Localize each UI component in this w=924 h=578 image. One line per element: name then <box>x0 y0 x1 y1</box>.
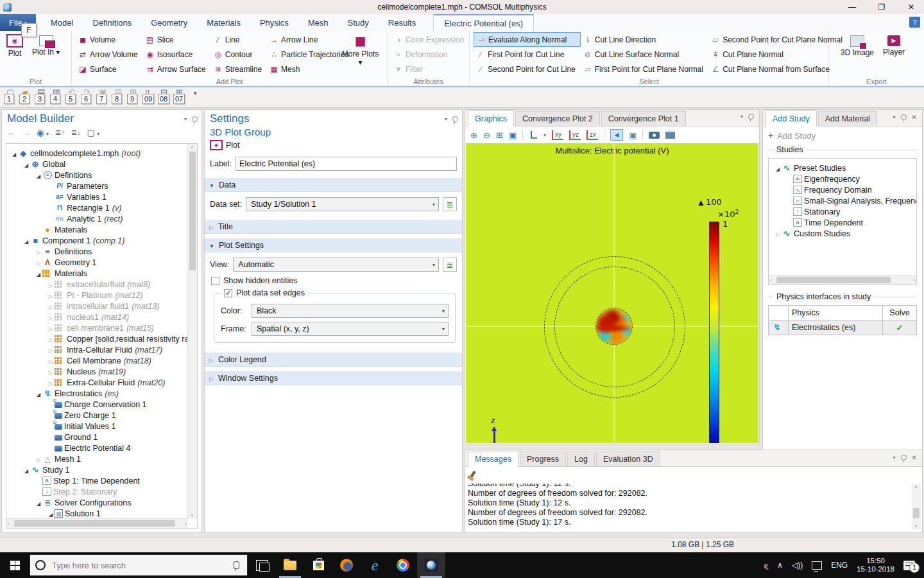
collapse-icon[interactable]: ▢ ▾ <box>87 128 99 137</box>
select-tool-button[interactable]: ∠ Cut Plane Normal from Surface <box>708 62 848 76</box>
tree-expand-icon[interactable] <box>35 247 42 256</box>
tree-item[interactable]: Extra-Cellular Fluid (mat20) <box>6 377 197 388</box>
tree-expand-icon[interactable] <box>35 258 42 267</box>
back-icon[interactable]: ← <box>7 128 15 137</box>
minimize-button[interactable]: — <box>847 3 857 12</box>
study-tree-item[interactable]: Preset Studies <box>769 162 916 173</box>
tree-expand-icon[interactable] <box>47 324 55 333</box>
section-plot-settings[interactable]: Plot Settings <box>205 238 462 252</box>
add-plot-button[interactable]: ⇉ Arrow Surface <box>143 62 211 76</box>
tree-item[interactable]: extracellularfluid (mat8) <box>6 279 197 290</box>
label-input[interactable] <box>235 157 457 171</box>
physics-table-row[interactable]: Electrostatics (es) ✓ <box>769 320 917 335</box>
3d-image-button[interactable]: 3D Image <box>838 32 877 76</box>
tree-expand-icon[interactable] <box>22 160 30 169</box>
tree-expand-icon[interactable] <box>35 171 42 180</box>
forward-icon[interactable]: → <box>22 128 30 137</box>
ribbon-tab[interactable]: Mesh <box>298 14 338 31</box>
tab-graphics[interactable]: Graphics <box>468 110 514 127</box>
zoom-in-icon[interactable]: ⊕ <box>470 130 477 140</box>
tree-expand-icon[interactable] <box>47 346 55 355</box>
tree-item[interactable]: Geometry 1 <box>6 257 197 268</box>
quick-access-overflow-chevron[interactable]: ▾ <box>194 90 197 96</box>
plot-button[interactable]: Plot <box>4 32 26 76</box>
speaker-icon[interactable]: ◁)) <box>792 561 803 570</box>
tree-expand-icon[interactable] <box>22 236 30 245</box>
microsoft-store-button[interactable] <box>304 552 332 578</box>
tree-expand-icon[interactable] <box>47 335 55 344</box>
add-plot-button[interactable]: ∕ Line <box>211 32 267 47</box>
tree-expand-icon[interactable] <box>22 466 30 475</box>
quick-access-button[interactable]: 09 <box>142 87 158 107</box>
pin-icon[interactable] <box>901 114 907 120</box>
language-indicator[interactable]: ENG <box>831 561 848 570</box>
add-plot-button[interactable]: ⇄ Arrow Volume <box>76 47 143 62</box>
select-tool-button[interactable]: ⇞ Cut Plane Normal <box>708 47 848 62</box>
tree-expand-icon[interactable] <box>35 389 42 398</box>
tree-expand-icon[interactable] <box>47 313 55 322</box>
tree-expand-icon[interactable] <box>35 498 42 507</box>
pin-icon[interactable] <box>452 116 458 122</box>
tree-horizontal-scrollbar[interactable]: ‹ › <box>6 518 188 528</box>
quick-access-button[interactable]: 8 <box>112 87 127 107</box>
ribbon-tab[interactable]: Study <box>338 14 379 31</box>
section-title[interactable]: Title <box>205 219 462 234</box>
go-to-source-button[interactable] <box>443 258 457 272</box>
select-tool-button[interactable]: ⇀ Evaluate Along Normal <box>474 32 581 47</box>
add-plot-button[interactable]: ▤ Slice <box>143 32 211 47</box>
tree-expand-icon[interactable] <box>774 229 782 238</box>
zoom-out-icon[interactable]: ⊖ <box>483 130 490 140</box>
show-hidden-entities-checkbox[interactable] <box>211 277 219 285</box>
panel-menu-chevron-icon[interactable]: ▾ <box>893 455 896 460</box>
plot-in-button[interactable]: Plot In ▾ <box>30 32 62 76</box>
tree-expand-icon[interactable] <box>47 378 55 387</box>
tab-progress[interactable]: Progress <box>520 451 566 466</box>
tree-item[interactable]: Charge Conservation 1 <box>6 399 197 410</box>
tree-expand-icon[interactable] <box>35 455 42 464</box>
tree-item[interactable]: intracellular fluid1 (mat13) <box>6 301 197 311</box>
comsol-taskbar-button[interactable] <box>417 552 445 578</box>
show-hidden-icons-chevron[interactable]: ∧ <box>777 561 783 570</box>
select-tool-button[interactable]: ▱ First Point for Cut Plane Normal <box>581 62 708 76</box>
section-window-settings[interactable]: Window Settings <box>205 371 462 385</box>
tab-messages[interactable]: Messages <box>468 451 518 467</box>
tree-item[interactable]: Electrostatics (es) <box>6 388 197 399</box>
maximize-button[interactable]: ❐ <box>877 3 887 12</box>
view-zx-button[interactable]: zx <box>586 130 598 140</box>
internet-explorer-button[interactable]: e <box>361 552 389 578</box>
start-button[interactable] <box>0 552 30 578</box>
tree-item[interactable]: Mesh 1 <box>6 453 197 464</box>
tree-expand-icon[interactable] <box>35 269 42 278</box>
move-down-icon[interactable]: ≣↓ <box>71 128 81 137</box>
solve-check-icon[interactable]: ✓ <box>896 322 903 333</box>
tree-item[interactable]: Step 2: Stationary <box>6 486 197 497</box>
quick-access-button[interactable]: 9 <box>127 87 142 107</box>
clear-messages-icon[interactable] <box>470 470 475 477</box>
taskbar-search[interactable] <box>30 554 248 576</box>
quick-access-button[interactable]: 07 <box>173 87 189 107</box>
tab-log[interactable]: Log <box>567 451 595 466</box>
tree-item[interactable]: Solution 1 <box>6 508 197 519</box>
tree-item[interactable]: Analytic 1 (rect) <box>6 213 197 224</box>
scene-light-icon[interactable] <box>610 129 623 141</box>
tree-expand-icon[interactable] <box>47 291 55 300</box>
ribbon-tab[interactable]: Results <box>379 14 425 31</box>
study-tree-item[interactable]: Eigenfrequency <box>769 173 916 184</box>
pin-icon[interactable] <box>192 116 198 122</box>
study-tree-item[interactable]: Small-Signal Analysis, Frequenc <box>769 195 916 206</box>
tree-item[interactable]: Rectangle 1 (v) <box>6 202 197 213</box>
ribbon-tab[interactable]: Model <box>41 14 83 31</box>
study-tree-item[interactable]: Stationary <box>769 206 916 217</box>
panel-menu-chevron-icon[interactable]: ▾ <box>184 116 187 122</box>
network-icon[interactable] <box>812 561 822 570</box>
messages-vertical-scrollbar[interactable]: ˄ ˅ <box>912 484 921 530</box>
ribbon-tab[interactable]: Definitions <box>83 14 141 31</box>
tree-expand-icon[interactable] <box>774 164 782 173</box>
print-icon[interactable] <box>665 132 675 139</box>
add-study-button[interactable]: + Add Study <box>763 127 922 144</box>
close-button[interactable]: ✕ <box>906 3 916 12</box>
player-button[interactable]: Player <box>880 32 907 76</box>
orientation-axes-icon[interactable] <box>529 130 538 139</box>
quick-access-button[interactable]: 5 <box>65 87 81 107</box>
zoom-box-icon[interactable]: ⊞ <box>496 130 503 140</box>
